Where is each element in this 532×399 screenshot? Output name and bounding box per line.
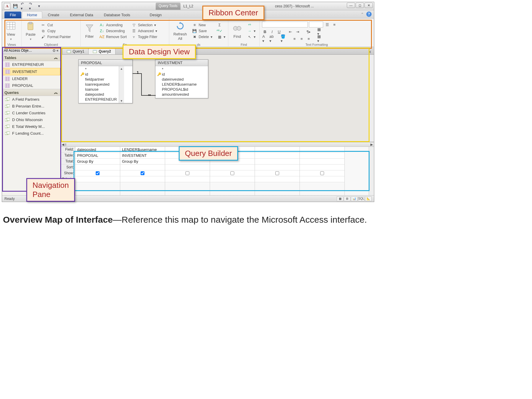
nav-query-item[interactable]: B Peruvian Entre... — [2, 103, 60, 110]
cut-button[interactable]: ✂Cut — [40, 22, 72, 28]
font-size-select[interactable] — [309, 22, 323, 27]
nav-query-item[interactable]: C Lender Countries — [2, 110, 60, 116]
ltr-icon[interactable]: ¶▸ — [306, 29, 312, 35]
qg-cell[interactable] — [165, 165, 210, 170]
qg-column[interactable] — [300, 147, 345, 195]
qg-criteria-cell[interactable] — [165, 176, 210, 182]
qg-show-checkbox[interactable] — [120, 170, 165, 176]
save-button[interactable]: 💾Save — [191, 28, 214, 34]
field-row[interactable]: loanrequested — [80, 82, 117, 87]
qg-cell[interactable] — [300, 159, 344, 165]
scroll-right-icon[interactable]: ▶ — [370, 143, 373, 146]
qg-cell[interactable]: Group By — [120, 159, 165, 165]
align-right-icon[interactable]: ≡ — [306, 36, 312, 42]
new-button[interactable]: ✳New — [191, 22, 214, 28]
more-button[interactable]: ▦ ▾ — [216, 34, 227, 40]
select-button[interactable]: ↖ ▾ — [246, 34, 257, 40]
gridlines-icon[interactable]: ▦ ▾ — [317, 29, 323, 35]
doc-tab-query2[interactable]: Query2 — [88, 48, 115, 54]
query-grid-scrollbar[interactable] — [369, 147, 374, 195]
table-box-investment[interactable]: INVESTMENT *🔑iddateinvestedLENDER$userna… — [155, 59, 208, 98]
format-painter-button[interactable]: 🖌Format Painter — [40, 34, 72, 40]
qg-cell[interactable] — [300, 165, 344, 170]
scroll-left-icon[interactable]: ◀ — [62, 143, 64, 146]
spelling-button[interactable]: ᴬᴮ✓ — [216, 28, 227, 34]
field-row[interactable]: amountinvested — [157, 92, 197, 97]
tab-external-data[interactable]: External Data — [65, 11, 98, 18]
vertical-scrollbar[interactable] — [369, 55, 374, 142]
refresh-all-button[interactable]: Refresh All — [172, 20, 189, 42]
nav-section-tables[interactable]: Tables︽ — [2, 54, 60, 61]
qg-cell[interactable]: Group By — [75, 159, 120, 165]
qg-cell[interactable] — [255, 147, 300, 153]
bold-button[interactable]: B — [262, 29, 268, 35]
toggle-filter-button[interactable]: ▿Toggle Filter — [130, 34, 158, 40]
tab-design[interactable]: Design — [145, 11, 167, 18]
font-color-icon[interactable]: A ▾ — [262, 36, 268, 42]
qg-cell[interactable] — [210, 165, 255, 170]
selection-button[interactable]: ▽Selection ▾ — [130, 22, 158, 28]
qg-show-checkbox[interactable] — [75, 170, 120, 176]
datasheet-view-button[interactable]: ▦ — [337, 196, 343, 201]
qg-cell[interactable] — [300, 153, 344, 159]
qg-show-checkbox[interactable] — [300, 170, 344, 176]
nav-dropdown-icon[interactable]: ⊙ — [53, 48, 56, 53]
decrease-indent-icon[interactable]: ⇤ — [287, 29, 293, 35]
close-tab-button[interactable]: ✕ — [366, 50, 374, 54]
ascending-button[interactable]: A↓Ascending — [98, 22, 128, 28]
bullets-icon[interactable]: ☰ — [324, 22, 330, 27]
nav-query-item[interactable]: F Lending Count... — [2, 130, 60, 137]
descending-button[interactable]: Z↓Descending — [98, 28, 128, 34]
qg-cell[interactable] — [75, 165, 120, 170]
align-center-icon[interactable]: ≡ — [299, 36, 305, 42]
collapse-ribbon-icon[interactable]: ⌃ — [361, 12, 364, 17]
qg-criteria-cell[interactable] — [120, 176, 165, 182]
field-row[interactable]: PROPOSAL$id — [157, 87, 197, 92]
paste-button[interactable]: Paste ▼ — [24, 20, 37, 42]
qg-cell[interactable]: dateposted — [75, 147, 120, 153]
qg-column[interactable]: LENDER$usernameINVESTMENTGroup By — [120, 147, 165, 195]
nav-table-item[interactable]: PROPOSAL — [2, 82, 60, 89]
highlight-icon[interactable]: ab ▾ — [269, 36, 275, 42]
increase-indent-icon[interactable]: ⇥ — [295, 29, 300, 35]
restore-button[interactable]: ◻ — [356, 3, 364, 8]
field-row[interactable]: LENDER$username — [157, 82, 197, 87]
table-box-proposal[interactable]: PROPOSAL *🔑idfieldpartnerloanrequestedlo… — [78, 59, 133, 103]
mini-scrollbar[interactable]: ▲▼ — [119, 66, 124, 103]
context-tab-query-tools[interactable]: Query Tools — [156, 3, 180, 10]
totals-button[interactable]: Σ — [216, 22, 227, 28]
qg-criteria-cell[interactable] — [255, 176, 300, 182]
nav-query-item[interactable]: D Ohio Wisconsin — [2, 116, 60, 123]
nav-pane-header[interactable]: All Access Obje… ⊙ « — [2, 47, 60, 54]
qat-customize-icon[interactable]: ▾ — [37, 3, 41, 9]
undo-icon[interactable]: ↶ ▾ — [20, 3, 27, 9]
qg-show-checkbox[interactable] — [255, 170, 300, 176]
app-badge[interactable]: A — [4, 3, 10, 9]
nav-section-queries[interactable]: Queries︽ — [2, 89, 60, 96]
field-row[interactable]: loanuse — [80, 87, 117, 92]
pivot-view-button[interactable]: ⊞ — [344, 196, 350, 201]
qg-cell[interactable]: LENDER$username — [120, 147, 165, 153]
close-button[interactable]: ✕ — [365, 3, 373, 8]
tab-home[interactable]: Home — [22, 11, 42, 18]
qg-cell[interactable] — [120, 165, 165, 170]
design-view-button[interactable]: 📐 — [365, 196, 372, 201]
save-icon[interactable]: 💾 — [12, 3, 19, 9]
remove-sort-button[interactable]: A⁄ZRemove Sort — [98, 34, 128, 40]
qg-criteria-cell[interactable] — [75, 176, 120, 182]
copy-button[interactable]: ⧉Copy — [40, 28, 72, 34]
sql-view-button[interactable]: SQL — [358, 196, 365, 201]
field-row[interactable]: * — [80, 67, 117, 72]
qg-criteria-cell[interactable] — [210, 176, 255, 182]
filter-button[interactable]: Filter — [83, 22, 96, 40]
goto-button[interactable]: → ▾ — [246, 28, 257, 34]
align-left-icon[interactable]: ≡ — [292, 36, 297, 42]
field-row[interactable]: fieldpartner — [80, 77, 117, 82]
view-button[interactable]: View ▼ — [4, 20, 17, 42]
qg-show-checkbox[interactable] — [210, 170, 255, 176]
delete-button[interactable]: ✖Delete ▾ — [191, 34, 214, 40]
field-row[interactable]: 🔑id — [80, 72, 117, 77]
doc-tab-query1[interactable]: Query1 — [62, 48, 89, 54]
replace-button[interactable]: ᵃᵇ — [246, 22, 257, 28]
nav-table-item[interactable]: ENTREPRENEUR — [2, 61, 60, 68]
